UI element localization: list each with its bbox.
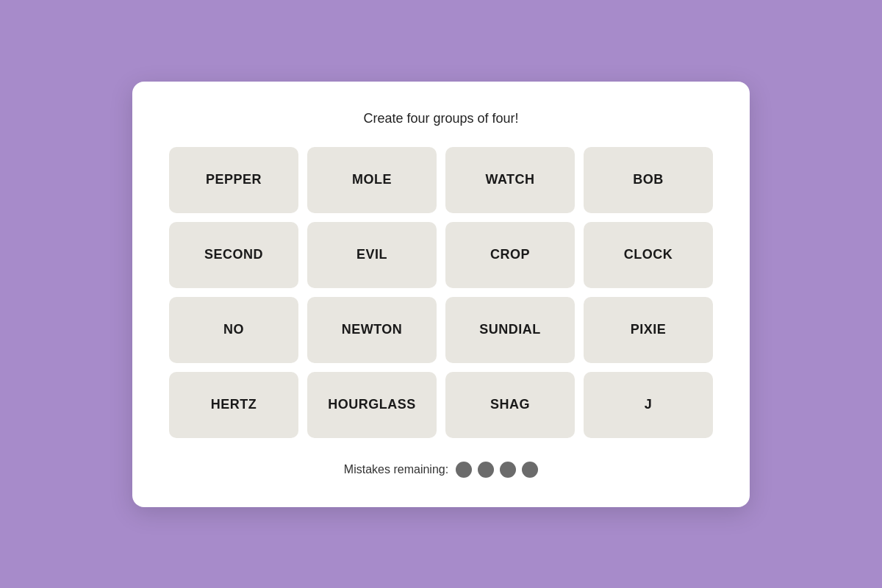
- tile-label: SHAG: [490, 397, 530, 412]
- tile-label: J: [645, 397, 653, 412]
- tile-label: NO: [223, 322, 244, 337]
- tile-label: PIXIE: [631, 322, 667, 337]
- mistake-dot-3: [500, 462, 516, 478]
- tile-shag[interactable]: SHAG: [445, 372, 575, 438]
- tile-no[interactable]: NO: [169, 297, 298, 363]
- mistakes-dots: [456, 462, 538, 478]
- tile-second[interactable]: SECOND: [169, 222, 298, 288]
- tile-label: MOLE: [352, 172, 392, 187]
- tile-clock[interactable]: CLOCK: [584, 222, 713, 288]
- mistake-dot-1: [456, 462, 472, 478]
- tile-mole[interactable]: MOLE: [307, 147, 437, 213]
- tile-label: EVIL: [356, 247, 387, 262]
- tile-hertz[interactable]: HERTZ: [169, 372, 298, 438]
- tile-pepper[interactable]: PEPPER: [169, 147, 298, 213]
- tile-bob[interactable]: BOB: [584, 147, 713, 213]
- tile-crop[interactable]: CROP: [445, 222, 575, 288]
- tile-label: SUNDIAL: [479, 322, 541, 337]
- tile-label: CROP: [490, 247, 530, 262]
- game-container: Create four groups of four! PEPPERMOLEWA…: [132, 82, 750, 507]
- tile-pixie[interactable]: PIXIE: [584, 297, 713, 363]
- tile-j[interactable]: J: [584, 372, 713, 438]
- word-grid: PEPPERMOLEWATCHBOBSECONDEVILCROPCLOCKNON…: [169, 147, 713, 438]
- tile-newton[interactable]: NEWTON: [307, 297, 437, 363]
- mistakes-row: Mistakes remaining:: [169, 462, 713, 478]
- instruction-text: Create four groups of four!: [169, 111, 713, 126]
- tile-watch[interactable]: WATCH: [445, 147, 575, 213]
- tile-sundial[interactable]: SUNDIAL: [445, 297, 575, 363]
- tile-hourglass[interactable]: HOURGLASS: [307, 372, 437, 438]
- tile-label: PEPPER: [206, 172, 262, 187]
- tile-label: CLOCK: [624, 247, 673, 262]
- tile-label: HOURGLASS: [328, 397, 416, 412]
- tile-label: SECOND: [204, 247, 263, 262]
- tile-label: WATCH: [485, 172, 534, 187]
- mistake-dot-2: [478, 462, 494, 478]
- mistake-dot-4: [522, 462, 538, 478]
- tile-label: BOB: [633, 172, 664, 187]
- tile-label: NEWTON: [342, 322, 403, 337]
- tile-label: HERTZ: [211, 397, 257, 412]
- mistakes-label: Mistakes remaining:: [344, 463, 448, 476]
- tile-evil[interactable]: EVIL: [307, 222, 437, 288]
